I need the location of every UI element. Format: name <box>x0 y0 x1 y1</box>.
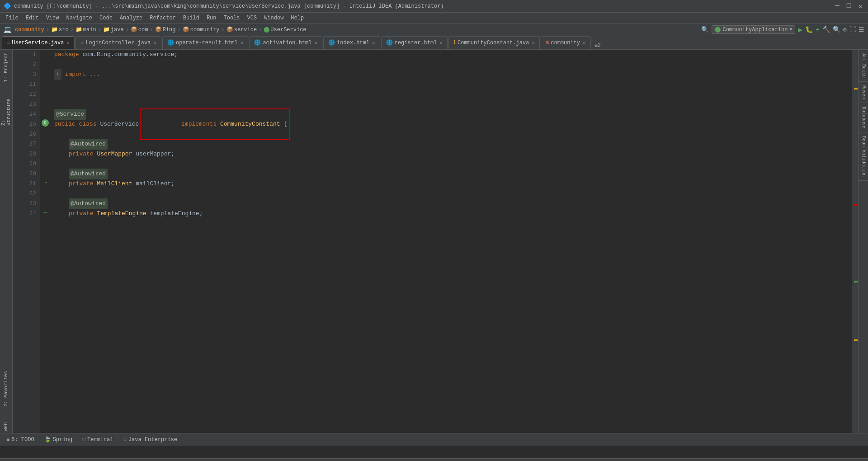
run-toolbar: 🔍 ⬤ CommunityApplication ▼ ▶ 🐛 ☂ 🔨 🔍 ⚙ ⛶… <box>698 24 868 36</box>
tab-close[interactable]: ✕ <box>66 40 70 46</box>
line-num: 28 <box>16 149 36 159</box>
search-icon[interactable]: 🔍 <box>701 26 709 33</box>
bottom-tab-spring[interactable]: 🍃 Spring <box>40 435 77 444</box>
bc-com[interactable]: com <box>138 27 148 33</box>
menu-item-vcs[interactable]: VCS <box>244 13 261 23</box>
menu-item-run[interactable]: Run <box>203 13 220 23</box>
tab-label: UserService.java <box>12 40 64 46</box>
bottom-tab-terminal[interactable]: □ Terminal <box>78 436 118 444</box>
scrollbar[interactable] <box>852 50 858 436</box>
menu-item-tools[interactable]: Tools <box>220 13 244 23</box>
tab-label2: LoginController.java <box>85 40 151 46</box>
menu-item-file[interactable]: File <box>2 13 22 23</box>
sidebar-tab-project[interactable]: 1: Project <box>1 52 11 83</box>
title-bar: 🔷 community [F:\community] - ...\src\mai… <box>0 0 868 13</box>
tab-logincontroller[interactable]: ☕ LoginController.java ✕ <box>75 36 161 49</box>
tab-userservice[interactable]: ☕ UserService.java ✕ <box>2 36 75 49</box>
line-num: 32 <box>16 189 36 199</box>
tab-close8[interactable]: ✕ <box>583 40 586 46</box>
menu-item-help[interactable]: Help <box>287 13 307 23</box>
line-num: 24 <box>16 109 36 119</box>
run-config-dropdown[interactable]: ⬤ CommunityApplication ▼ <box>712 25 795 34</box>
bc-class-icon: ⬤ <box>264 26 269 33</box>
terminal-label: Terminal <box>87 437 113 443</box>
search2-button[interactable]: 🔍 <box>833 26 840 33</box>
right-tab-database[interactable]: Database <box>859 103 868 132</box>
settings2-button[interactable]: ☰ <box>859 26 864 33</box>
bc-pkg-icon4: 📦 <box>226 26 233 33</box>
close-button[interactable]: ✕ <box>856 2 864 11</box>
menu-item-navigate[interactable]: Navigate <box>62 13 96 23</box>
build-button[interactable]: 🔨 <box>822 26 830 33</box>
html-icon2: 🌐 <box>254 39 261 46</box>
tab-label4: activation.html <box>263 40 311 46</box>
java-enterprise-icon: ☕ <box>123 436 127 443</box>
tab-close4[interactable]: ✕ <box>314 40 317 46</box>
bc-service[interactable]: service <box>234 27 257 33</box>
line-num: 2 <box>16 60 36 70</box>
code-line-31: private MailClient mailClient; <box>54 179 848 189</box>
run-button[interactable]: ▶ <box>798 25 802 34</box>
terminal-icon: □ <box>82 437 85 443</box>
maximize-button[interactable]: □ <box>845 2 853 11</box>
tab-activation[interactable]: 🌐 activation.html ✕ <box>249 36 322 49</box>
bottom-tab-java-enterprise[interactable]: ☕ Java Enterprise <box>119 435 182 444</box>
bc-ring[interactable]: Ring <box>163 27 176 33</box>
tab-overflow[interactable]: ≡2 <box>592 42 604 49</box>
settings-button[interactable]: ⚙ <box>843 26 847 33</box>
expand-button[interactable]: ⛶ <box>849 26 856 33</box>
breadcrumb-bar: 💻 community › 📁 src › 📁 main › 📁 java › … <box>0 24 698 36</box>
tab-index[interactable]: 🌐 index.html ✕ <box>323 36 380 49</box>
gutter-arrow-icon1[interactable]: → <box>40 179 51 186</box>
tab-community-maven[interactable]: m community ✕ <box>541 36 591 49</box>
tab-operate-result[interactable]: 🌐 operate-result.html ✕ <box>162 36 248 49</box>
coverage-button[interactable]: ☂ <box>816 26 819 33</box>
tab-close2[interactable]: ✕ <box>153 40 156 46</box>
bc-java[interactable]: java <box>111 27 124 33</box>
code-line-1: package com.Ring.community.service; <box>54 50 848 60</box>
menu-item-code[interactable]: Code <box>96 13 116 23</box>
menu-item-build[interactable]: Build <box>179 13 203 23</box>
right-tab-maven[interactable]: Maven <box>859 82 868 103</box>
bc-pkg-icon2: 📦 <box>155 26 162 33</box>
menu-item-refactor[interactable]: Refactor <box>146 13 179 23</box>
code-line-30: @Autowired <box>54 169 848 179</box>
tab-close3[interactable]: ✕ <box>241 40 244 46</box>
tab-communityconstant[interactable]: ℹ CommunityConstant.java ✕ <box>448 36 540 49</box>
tab-label8: community <box>551 40 580 46</box>
bc-community[interactable]: community <box>15 27 44 33</box>
tab-close5[interactable]: ✕ <box>372 40 375 46</box>
scroll-mark-green <box>854 281 858 282</box>
right-tab-beanvalidation[interactable]: Bean Validation <box>859 132 868 181</box>
menu-item-edit[interactable]: Edit <box>22 13 42 23</box>
tab-label3: operate-result.html <box>176 40 238 46</box>
tab-register[interactable]: 🌐 register.html ✕ <box>381 36 448 49</box>
debug-button[interactable]: 🐛 <box>805 26 813 33</box>
code-area[interactable]: package com.Ring.community.service; + im… <box>51 50 852 436</box>
bottom-tab-todo[interactable]: ≡ 6: TODO <box>2 436 39 444</box>
tab-close6[interactable]: ✕ <box>439 40 443 46</box>
right-tab-artbuild[interactable]: Art Build <box>859 50 868 82</box>
html-icon: 🌐 <box>167 39 174 46</box>
code-line-32 <box>54 189 848 199</box>
scroll-mark-yellow2 <box>854 339 858 341</box>
minimize-button[interactable]: — <box>833 2 841 11</box>
spring-icon: 🍃 <box>44 436 51 443</box>
todo-icon: ≡ <box>6 437 9 443</box>
bottom-toolbar: ≡ 6: TODO 🍃 Spring □ Terminal ☕ Java Ent… <box>0 433 868 446</box>
menu-item-analyze[interactable]: Analyze <box>116 13 146 23</box>
line-num: 25 <box>16 119 36 129</box>
gutter-run-icon[interactable]: C <box>40 119 51 127</box>
sidebar-tab-structure[interactable]: Z: Structure <box>1 94 11 126</box>
bc-project-icon: 💻 <box>4 26 11 33</box>
bc-userservice[interactable]: UserService <box>270 27 306 33</box>
menu-item-view[interactable]: View <box>42 13 63 23</box>
gutter-arrow-icon2[interactable]: → <box>40 209 51 216</box>
bc-main[interactable]: main <box>83 27 96 33</box>
line-num: 27 <box>16 139 36 149</box>
bc-src[interactable]: src <box>59 27 69 33</box>
menu-item-window[interactable]: Window <box>260 13 287 23</box>
bc-community2[interactable]: community <box>190 27 220 33</box>
tab-close7[interactable]: ✕ <box>532 40 535 46</box>
sidebar-tab-favorites[interactable]: 2: Favorites <box>1 371 11 407</box>
